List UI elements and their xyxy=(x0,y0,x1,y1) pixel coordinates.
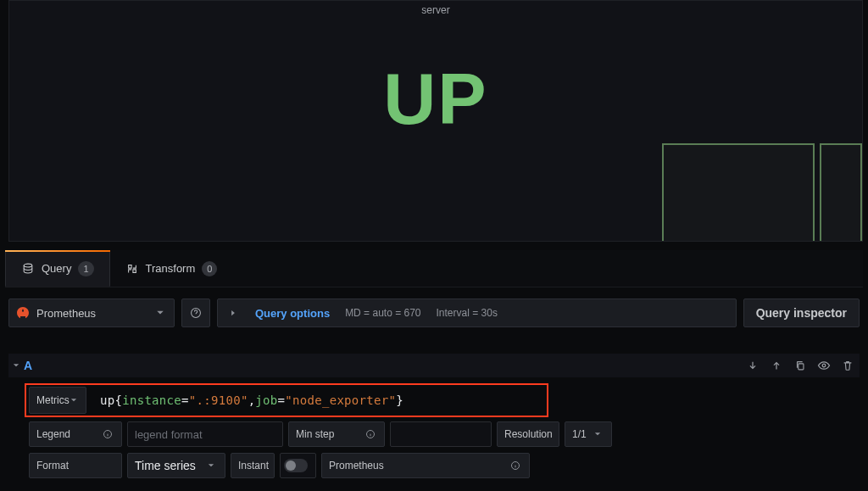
query-row-header[interactable]: A xyxy=(8,354,860,377)
chevron-down-icon xyxy=(591,427,604,441)
resolution-select[interactable]: 1/1 xyxy=(565,421,612,447)
transform-icon xyxy=(125,262,139,276)
tab-query-label: Query xyxy=(42,262,71,275)
move-up-icon[interactable] xyxy=(770,359,783,372)
editor-tabs: Query 1 Transform 0 xyxy=(5,250,863,287)
eye-icon[interactable] xyxy=(817,359,831,372)
chevron-down-icon xyxy=(204,459,218,472)
panel-decoration xyxy=(820,143,862,241)
chevron-right-icon xyxy=(226,306,240,320)
minstep-label: Min step xyxy=(288,421,385,447)
tab-query[interactable]: Query 1 xyxy=(5,250,110,287)
visualization-panel: server UP xyxy=(8,0,863,242)
info-icon[interactable] xyxy=(364,427,377,441)
info-icon[interactable] xyxy=(101,427,114,441)
tab-transform-count: 0 xyxy=(202,261,217,276)
instant-switch[interactable] xyxy=(280,453,316,478)
datasource-select[interactable]: Prometheus xyxy=(8,299,175,327)
chevron-down-icon xyxy=(153,306,167,320)
query-options-interval: Interval = 30s xyxy=(437,307,498,319)
chevron-down-icon xyxy=(70,393,79,407)
prometheus-label: Prometheus xyxy=(321,453,530,478)
datasource-name: Prometheus xyxy=(36,307,96,320)
format-select[interactable]: Time series xyxy=(127,453,225,478)
help-icon xyxy=(189,306,203,320)
datasource-help-button[interactable] xyxy=(181,299,210,327)
legend-input[interactable]: legend format xyxy=(127,421,283,447)
tab-transform-label: Transform xyxy=(146,262,196,275)
resolution-label: Resolution xyxy=(497,421,559,447)
chevron-down-icon xyxy=(8,359,24,372)
minstep-input[interactable] xyxy=(390,421,492,447)
prometheus-icon xyxy=(16,306,30,320)
svg-point-3 xyxy=(822,364,826,367)
svg-rect-2 xyxy=(798,364,804,370)
format-label: Format xyxy=(29,453,122,478)
metrics-picker[interactable]: Metrics xyxy=(29,387,86,414)
query-inspector-button[interactable]: Query inspector xyxy=(743,299,860,327)
query-options-label: Query options xyxy=(255,307,330,320)
query-inspector-label: Query inspector xyxy=(756,306,847,320)
panel-title: server xyxy=(9,1,862,16)
query-name: A xyxy=(24,359,32,372)
trash-icon[interactable] xyxy=(841,359,854,372)
tab-transform[interactable]: Transform 0 xyxy=(110,250,233,287)
legend-label: Legend xyxy=(29,421,122,447)
info-icon[interactable] xyxy=(509,459,522,472)
copy-icon[interactable] xyxy=(793,359,807,372)
query-options[interactable]: Query options MD = auto = 670 Interval =… xyxy=(217,299,737,327)
move-down-icon[interactable] xyxy=(746,359,760,372)
svg-point-0 xyxy=(24,264,32,267)
query-options-md: MD = auto = 670 xyxy=(345,307,420,319)
instant-label: Instant xyxy=(231,453,275,478)
promql-input[interactable]: up{instance=". :9100",job="node_exporter… xyxy=(92,387,860,414)
metrics-label: Metrics xyxy=(36,394,70,406)
tab-query-count: 1 xyxy=(78,261,93,276)
panel-decoration xyxy=(662,143,815,241)
panel-value: UP xyxy=(9,57,862,141)
database-icon xyxy=(21,262,35,276)
